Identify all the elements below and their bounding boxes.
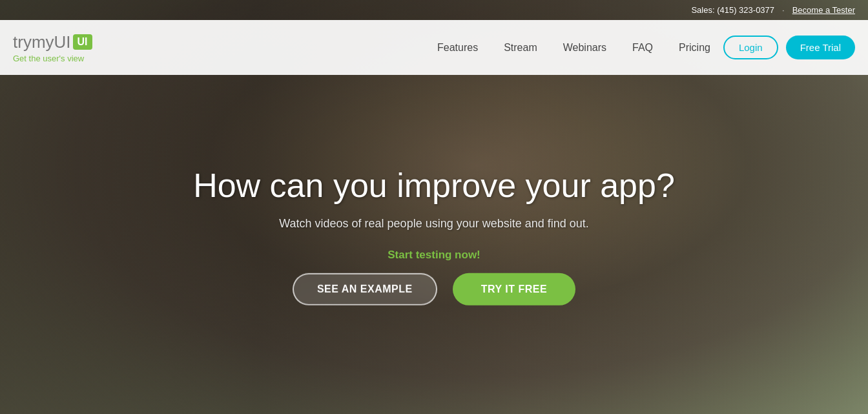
logo-text: trymyUI UI (13, 32, 92, 52)
hero-subtext: Watch videos of real people using your w… (143, 217, 725, 231)
sales-phone: Sales: (415) 323-0377 (691, 5, 774, 15)
nav-stream[interactable]: Stream (504, 42, 537, 54)
nav-pricing[interactable]: Pricing (679, 42, 710, 54)
try-it-free-button[interactable]: TRY IT FREE (453, 273, 575, 305)
top-bar: Sales: (415) 323-0377 · Become a Tester (0, 0, 868, 20)
login-button[interactable]: Login (723, 36, 778, 59)
hero-cta-label: Start testing now! (143, 249, 725, 262)
become-tester-link[interactable]: Become a Tester (792, 5, 855, 15)
hero-buttons: SEE AN EXAMPLE TRY IT FREE (143, 273, 725, 305)
hero-headline: How can you improve your app? (143, 165, 725, 205)
nav-faq[interactable]: FAQ (632, 42, 653, 54)
hero-content: How can you improve your app? Watch vide… (143, 165, 725, 305)
see-example-button[interactable]: SEE AN EXAMPLE (293, 273, 437, 305)
nav-features[interactable]: Features (437, 42, 478, 54)
logo-tagline: Get the user's view (13, 54, 92, 63)
navbar: trymyUI UI Get the user's view Features … (0, 20, 868, 75)
logo[interactable]: trymyUI UI Get the user's view (13, 32, 92, 63)
free-trial-button[interactable]: Free Trial (786, 36, 855, 59)
nav-actions: Login Free Trial (723, 36, 855, 59)
nav-links: Features Stream Webinars FAQ Pricing (437, 42, 710, 54)
top-bar-divider: · (782, 5, 785, 15)
nav-webinars[interactable]: Webinars (563, 42, 606, 54)
